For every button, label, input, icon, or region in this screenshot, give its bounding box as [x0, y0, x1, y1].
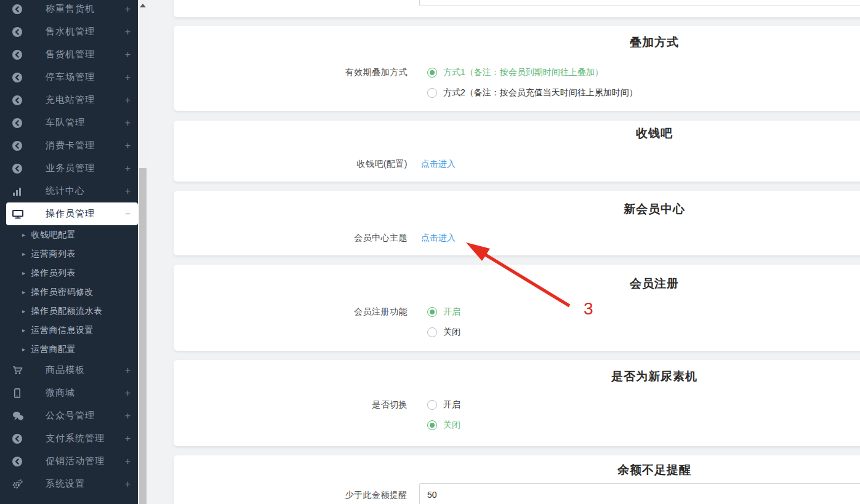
radio-option[interactable]: 关闭 — [421, 415, 460, 435]
plus-icon: + — [125, 26, 131, 38]
triangle-right-icon: ▸ — [22, 289, 26, 295]
radio-selected-icon[interactable] — [427, 307, 437, 317]
monitor-icon — [12, 209, 28, 219]
radio-unselected-icon[interactable] — [427, 400, 437, 410]
radio-unselected-icon[interactable] — [427, 88, 437, 98]
sidebar-subitem[interactable]: ▸操作员配额流水表 — [0, 302, 138, 321]
plus-icon: + — [125, 163, 131, 174]
sidebar-subitem[interactable]: ▸运营商信息设置 — [0, 321, 138, 340]
sidebar-item[interactable]: 支付系统管理+ — [0, 427, 138, 450]
sidebar-item[interactable]: 统计中心+ — [0, 180, 138, 202]
sidebar-item[interactable]: 商品模板+ — [0, 359, 138, 382]
sidebar-item[interactable]: 业务员管理+ — [0, 157, 138, 180]
plus-icon: + — [125, 140, 131, 151]
card-low-balance-remind: 余额不足提醒少于此金额提醒 — [174, 455, 860, 504]
radio-option-label: 方式1（备注：按会员到期时间往上叠加） — [443, 67, 603, 78]
plus-icon: + — [125, 186, 131, 197]
sidebar-item[interactable]: 停车场管理+ — [0, 66, 138, 89]
chevron-circle-icon — [12, 50, 28, 60]
sidebar-item[interactable]: 促销活动管理+ — [0, 450, 138, 473]
radio-selected-icon[interactable] — [427, 68, 437, 78]
chevron-circle-icon — [12, 118, 28, 128]
radio-option[interactable]: 关闭 — [421, 322, 460, 342]
sidebar-subitem[interactable]: ▸运营商列表 — [0, 244, 138, 263]
row-controls — [419, 483, 860, 504]
radio-option-label: 关闭 — [443, 327, 460, 338]
radio-unselected-icon[interactable] — [427, 327, 437, 337]
sidebar-item-label: 公众号管理 — [46, 410, 95, 422]
sidebar-item[interactable]: 售货机管理+ — [0, 43, 138, 66]
enter-link[interactable]: 点击进入 — [421, 159, 456, 169]
sidebar-item-label: 充电站管理 — [46, 94, 95, 106]
sidebar-item-label: 微商城 — [46, 387, 75, 399]
row-controls — [419, 0, 860, 6]
sidebar-subitem[interactable]: ▸操作员列表 — [0, 263, 138, 282]
chevron-circle-icon — [12, 434, 28, 444]
radio-option-label: 开启 — [443, 399, 460, 410]
sidebar-menu: 称重售货机+售水机管理+售货机管理+停车场管理+充电站管理+车队管理+消费卡管理… — [0, 0, 138, 495]
row-controls: 开启关闭 — [421, 302, 460, 342]
sidebar-item[interactable]: 充电站管理+ — [0, 89, 138, 111]
plus-icon: + — [125, 72, 131, 83]
card-shouqianba: 收钱吧收钱吧(配置)点击进入 — [174, 121, 860, 182]
card-body — [174, 0, 860, 8]
radio-dot — [430, 70, 435, 75]
amount-input[interactable] — [419, 483, 860, 504]
sidebar-item-label: 称重售货机 — [46, 3, 95, 15]
card-title: 会员注册 — [174, 265, 860, 292]
plus-icon: + — [125, 49, 131, 60]
radio-option[interactable]: 开启 — [421, 302, 460, 322]
card-body: 收钱吧(配置)点击进入 — [174, 154, 860, 174]
radio-dot — [430, 423, 435, 428]
sidebar-item[interactable]: 车队管理+ — [0, 111, 138, 134]
sidebar-item[interactable]: 消费卡管理+ — [0, 134, 138, 157]
bar-chart-icon — [12, 186, 28, 196]
radio-option[interactable]: 方式1（备注：按会员到期时间往上叠加） — [421, 62, 638, 82]
sidebar-subitem[interactable]: ▸运营商配置 — [0, 340, 138, 359]
card-title: 余额不足提醒 — [174, 455, 860, 478]
sidebar-subitem[interactable]: ▸收钱吧配置 — [0, 225, 138, 244]
main-content: 叠加方式有效期叠加方式方式1（备注：按会员到期时间往上叠加）方式2（备注：按会员… — [148, 0, 860, 504]
sidebar-item-label: 停车场管理 — [46, 71, 95, 83]
radio-option-label: 关闭 — [443, 420, 460, 431]
sidebar-item[interactable]: 系统设置+ — [0, 473, 138, 495]
amount-input[interactable] — [419, 0, 860, 6]
gears-icon — [12, 479, 28, 489]
sidebar-item[interactable]: 微商城+ — [0, 382, 138, 404]
triangle-right-icon: ▸ — [22, 346, 26, 353]
sidebar-item-label: 促销活动管理 — [46, 455, 105, 467]
scrollbar-thumb[interactable] — [139, 168, 147, 504]
card-title: 收钱吧 — [174, 121, 860, 142]
plus-icon: + — [125, 388, 131, 399]
radio-option-label: 开启 — [443, 306, 460, 318]
card-new-urea-machine: 是否为新尿素机是否切换开启关闭 — [174, 360, 860, 446]
screen: 称重售货机+售水机管理+售货机管理+停车场管理+充电站管理+车队管理+消费卡管理… — [0, 0, 860, 504]
sidebar-item[interactable]: 称重售货机+ — [0, 0, 138, 20]
sidebar-item-label: 统计中心 — [46, 185, 85, 197]
sidebar-item-active[interactable]: 操作员管理− — [6, 202, 138, 225]
form-row: 会员中心主题点击进入 — [174, 228, 860, 248]
enter-link[interactable]: 点击进入 — [421, 233, 456, 242]
row-controls: 点击进入 — [421, 154, 456, 174]
chevron-circle-icon — [12, 27, 28, 37]
card-title: 叠加方式 — [174, 26, 860, 50]
scrollbar-up-icon — [140, 4, 146, 7]
card-member-register: 会员注册会员注册功能开启关闭 — [174, 265, 860, 351]
scrollbar-up-button[interactable] — [138, 1, 148, 9]
chevron-circle-icon — [12, 95, 28, 105]
radio-option[interactable]: 开启 — [421, 394, 460, 415]
card-top-partial — [174, 0, 860, 17]
sidebar-item[interactable]: 公众号管理+ — [0, 404, 138, 427]
sidebar-item-label: 商品模板 — [46, 364, 85, 376]
radio-option-label: 方式2（备注：按会员充值当天时间往上累加时间） — [443, 87, 638, 98]
sidebar-item-label: 车队管理 — [46, 117, 85, 129]
row-controls: 开启关闭 — [421, 394, 460, 435]
radio-option[interactable]: 方式2（备注：按会员充值当天时间往上累加时间） — [421, 82, 638, 103]
form-row: 少于此金额提醒 — [174, 481, 860, 504]
radio-selected-icon[interactable] — [427, 420, 437, 430]
sidebar-item[interactable]: 售水机管理+ — [0, 20, 138, 43]
sidebar-subitem[interactable]: ▸操作员密码修改 — [0, 282, 138, 302]
sidebar-scrollbar[interactable] — [138, 0, 148, 504]
chevron-circle-icon — [12, 73, 28, 82]
plus-icon: + — [125, 479, 131, 490]
